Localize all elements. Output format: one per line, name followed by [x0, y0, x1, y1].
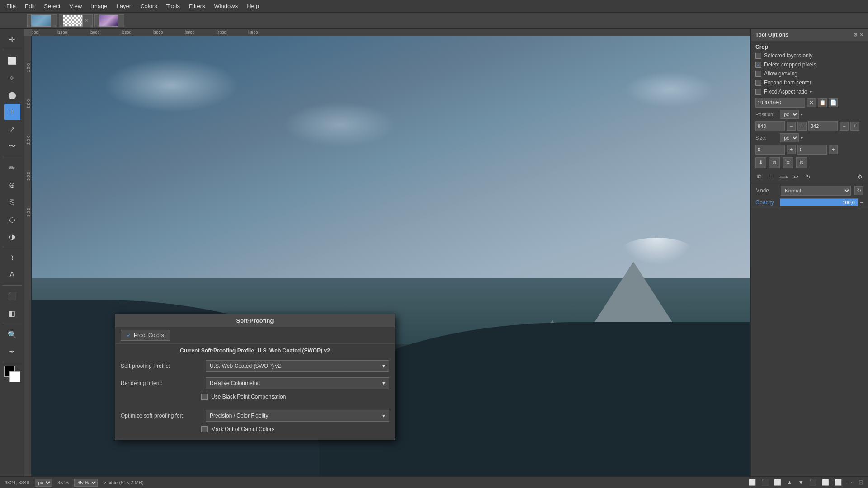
position-unit-select[interactable]: px [780, 110, 799, 119]
history-icon[interactable]: ↩ [790, 171, 801, 182]
status-icon-7[interactable]: ⬜ [822, 479, 829, 486]
opacity-bar[interactable]: 100,0 [780, 198, 858, 206]
pos-x-minus[interactable]: − [787, 122, 796, 131]
right-panel-scroll[interactable]: Crop Selected layers only Delete cropped… [751, 41, 868, 208]
menu-tools[interactable]: Tools [162, 1, 184, 11]
canvas-area[interactable]: 1000 1500 2000 2500 3000 3500 4000 4500 … [24, 29, 750, 476]
position-dropdown-arrow[interactable]: ▾ [801, 112, 803, 117]
status-icon-5[interactable]: ▼ [798, 479, 804, 486]
tool-bucket-fill[interactable]: ⬛ [4, 288, 20, 304]
status-icon-10[interactable]: ⊡ [859, 479, 863, 486]
menu-image[interactable]: Image [86, 1, 112, 11]
tool-color-picker[interactable]: ✒ [4, 343, 20, 360]
mode-refresh[interactable]: ↻ [854, 186, 863, 195]
btn-delete[interactable]: ✕ [783, 157, 793, 168]
mountain-snow [621, 238, 693, 265]
channels-icon[interactable]: ≡ [766, 171, 777, 182]
status-icon-3[interactable]: ⬜ [774, 479, 781, 486]
tool-text[interactable]: A [4, 267, 20, 283]
size-paste-btn[interactable]: 📄 [829, 98, 838, 107]
btn-redo[interactable]: ↻ [796, 157, 807, 168]
tool-transform[interactable]: ⤢ [4, 121, 20, 137]
background-color[interactable] [9, 371, 20, 382]
profile-dropdown[interactable]: U.S. Web Coated (SWOP) v2 ▾ [206, 360, 389, 372]
size-unit-select[interactable]: px [780, 133, 799, 142]
pos-x-input[interactable] [755, 121, 785, 131]
status-icon-8[interactable]: ⬜ [835, 479, 842, 486]
menu-filters[interactable]: Filters [184, 1, 209, 11]
dialog-title: Soft-Proofing [236, 317, 274, 324]
fixed-aspect-checkbox[interactable] [755, 89, 761, 95]
btn-download[interactable]: ⬇ [755, 157, 766, 168]
menu-select[interactable]: Select [39, 1, 65, 11]
tool-warp[interactable]: 〜 [4, 138, 20, 155]
tab-close-checker[interactable]: ✕ [85, 18, 89, 23]
tool-clone[interactable]: ⎘ [4, 194, 20, 210]
pos-y-plus[interactable]: + [850, 122, 859, 131]
unit-select[interactable]: px [35, 479, 52, 487]
tab-purple[interactable] [94, 14, 124, 27]
status-icon-4[interactable]: ▲ [787, 479, 793, 486]
pos-y-minus[interactable]: − [840, 122, 849, 131]
status-icon-2[interactable]: ⬛ [761, 479, 769, 486]
tool-heal[interactable]: ⊕ [4, 177, 20, 193]
allow-growing-checkbox[interactable] [755, 71, 761, 77]
size-clear-btn[interactable]: ✕ [807, 98, 816, 107]
panel-configure-icon[interactable]: ⚙ [853, 32, 858, 38]
panel-options-icon[interactable]: ⚙ [854, 171, 865, 182]
pos-x-plus[interactable]: + [797, 122, 807, 131]
status-icon-1[interactable]: ⬜ [749, 479, 756, 486]
layers-icon[interactable]: ⧉ [754, 171, 764, 182]
menu-edit[interactable]: Edit [20, 1, 39, 11]
width-input[interactable] [755, 145, 785, 155]
tool-rect-select[interactable]: ⬜ [4, 52, 20, 69]
expand-center-checkbox[interactable] [755, 80, 761, 86]
menu-help[interactable]: Help [242, 1, 264, 11]
height-plus[interactable]: + [829, 145, 838, 154]
proof-colors-button[interactable]: ✓ Proof Colors [121, 330, 170, 341]
tab-checker[interactable]: ✕ [59, 14, 93, 27]
btn-undo[interactable]: ↺ [769, 157, 780, 168]
tool-blend[interactable]: ◧ [4, 305, 20, 321]
proof-colors-checkmark: ✓ [127, 332, 131, 338]
size-input[interactable] [755, 98, 805, 108]
paths-icon[interactable]: ⟿ [778, 171, 789, 182]
tool-paint[interactable]: ✏ [4, 160, 20, 176]
refresh-icon[interactable]: ↻ [802, 171, 813, 182]
menu-view[interactable]: View [65, 1, 87, 11]
tool-free-select[interactable]: ⟡ [4, 70, 20, 86]
fixed-aspect-dropdown[interactable]: ▾ [810, 89, 812, 94]
panel-header-icons: ⚙ ✕ [853, 32, 863, 38]
menu-layer[interactable]: Layer [112, 1, 136, 11]
status-icon-9[interactable]: ↔ [847, 479, 853, 486]
delete-cropped-checkbox[interactable] [755, 62, 761, 68]
tool-zoom[interactable]: 🔍 [4, 326, 20, 343]
tool-crop[interactable]: ⌗ [4, 104, 20, 120]
width-plus[interactable]: + [787, 145, 796, 154]
size-copy-btn[interactable]: 📋 [818, 98, 827, 107]
size-dropdown-arrow[interactable]: ▾ [801, 136, 803, 141]
gamut-checkbox[interactable] [201, 426, 208, 432]
menu-windows[interactable]: Windows [209, 1, 242, 11]
status-icon-6[interactable]: ⬛ [809, 479, 816, 486]
optimize-dropdown[interactable]: Precision / Color Fidelity ▾ [206, 410, 389, 422]
black-point-checkbox[interactable] [201, 394, 208, 400]
fixed-aspect-label: Fixed Aspect ratio [764, 89, 807, 95]
tool-dodge[interactable]: ◑ [4, 228, 20, 244]
pos-y-input[interactable] [808, 121, 838, 131]
panel-close-icon[interactable]: ✕ [859, 32, 863, 38]
zoom-select[interactable]: 35 % [74, 479, 98, 487]
tool-path[interactable]: ⌇ [4, 249, 20, 266]
mode-select[interactable]: Normal [781, 186, 851, 196]
selected-layers-checkbox[interactable] [755, 53, 761, 59]
tool-fuzzy-select[interactable]: ⬤ [4, 87, 20, 103]
tool-blur[interactable]: ◌ [4, 211, 20, 227]
tool-move[interactable]: ✛ [4, 31, 20, 47]
color-indicator[interactable] [4, 366, 20, 382]
rendering-dropdown[interactable]: Relative Colorimetric ▾ [206, 377, 389, 389]
height-input[interactable] [797, 145, 827, 155]
menu-colors[interactable]: Colors [136, 1, 162, 11]
opacity-minus[interactable]: − [860, 199, 863, 206]
tab-landscape[interactable] [27, 14, 57, 27]
menu-file[interactable]: File [2, 1, 20, 11]
